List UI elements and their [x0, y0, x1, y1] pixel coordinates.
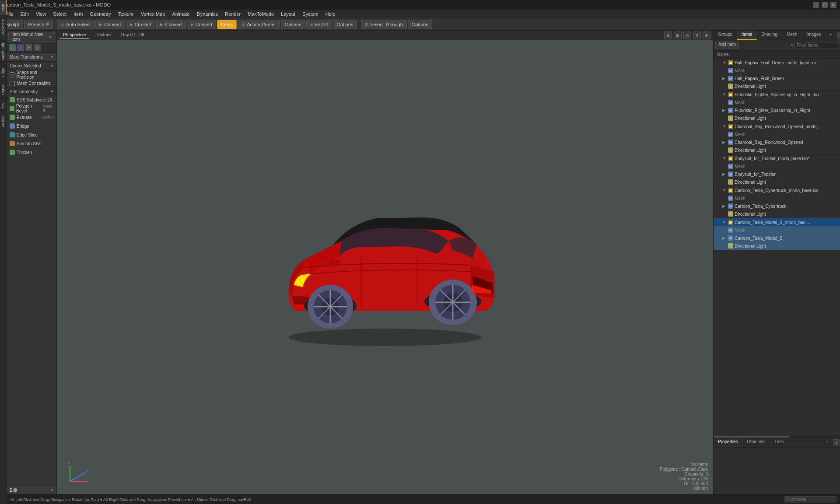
viewport-tab-perspective[interactable]: Perspective [60, 32, 89, 39]
menu-dynamics[interactable]: Dynamics [194, 10, 221, 18]
convert-button-4[interactable]: ▶ Convert [187, 20, 217, 29]
viewport-ctrl-3[interactable]: ◎ [683, 32, 691, 39]
minimize-button[interactable]: ─ [813, 2, 819, 8]
props-tab-channels[interactable]: Channels [743, 438, 770, 447]
item-row-cybertruck[interactable]: ▶ M Cartoon_Tesla_Cybertruck [714, 202, 840, 210]
props-expand-icon[interactable]: ⤢ [833, 439, 840, 446]
viewport-ctrl-5[interactable]: ⊕ [703, 32, 710, 39]
item-row-bodysuit-light[interactable]: L Directional Light [714, 178, 840, 186]
new-item-dropdown[interactable]: Item Menu: New Item ▼ [8, 32, 55, 42]
item-row-half-papaw-file[interactable]: ▼ 📁 Half_Papaw_Fruit_Green_modo_base.lxo [714, 59, 840, 66]
item-row-papaw-light[interactable]: L Directional Light [714, 82, 840, 90]
item-row-tesla-light[interactable]: L Directional Light [714, 242, 840, 250]
menu-render[interactable]: Render [222, 10, 244, 18]
sds-subdivide-btn[interactable]: SDS Subdivide 2X [7, 95, 56, 104]
transform-icon-2[interactable]: ↕ [17, 44, 24, 51]
item-row-futuristic-spaceship[interactable]: ▶ M Futuristic_Fighter_Spaceship_in_Flig… [714, 106, 840, 114]
left-tab-uv[interactable]: UV [0, 98, 7, 112]
item-row-cybertruck-light[interactable]: L Directional Light [714, 210, 840, 218]
left-tab-mesh-edit[interactable]: Mesh Edit [0, 39, 7, 64]
item-row-futuristic-mesh[interactable]: M Mesh [714, 98, 840, 106]
smooth-shift-btn[interactable]: Smooth Shift [7, 139, 56, 148]
items-list[interactable]: ▼ 📁 Half_Papaw_Fruit_Green_modo_base.lxo… [714, 59, 840, 436]
convert-button-3[interactable]: ▶ Convert [156, 20, 186, 29]
item-row-charcoal-light[interactable]: L Directional Light [714, 146, 840, 154]
transform-icon-1[interactable]: ↔ [9, 44, 16, 51]
rp-tab-shading[interactable]: Shading [757, 31, 782, 40]
convert-button-2[interactable]: ▶ Convert [126, 20, 156, 29]
menu-animate[interactable]: Animate [169, 10, 192, 18]
item-row-tesla-file[interactable]: ▼ 📁 Cartoon_Tesla_Model_S_modo_bas ... [714, 218, 840, 226]
center-selected-btn[interactable]: Center Selected ▼ [7, 62, 56, 70]
item-row-bodysuit-toddler[interactable]: ▶ M Bodysuit_for_Toddler [714, 170, 840, 178]
item-row-futuristic-file[interactable]: ▼ 📁 Futuristic_Fighter_Spaceship_in_Flig… [714, 91, 840, 98]
bridge-btn[interactable]: Bridge [7, 122, 56, 130]
menu-maxtomodo[interactable]: MaxToModo [245, 10, 277, 18]
menu-edit[interactable]: Edit [18, 10, 32, 18]
menu-select[interactable]: Select [50, 10, 70, 18]
transform-icon-4[interactable]: ◻ [34, 44, 41, 51]
edge-slice-btn[interactable]: Edge Slice [7, 130, 56, 139]
menu-geometry[interactable]: Geometry [87, 10, 114, 18]
viewport-tab-texture[interactable]: Texture [93, 32, 114, 39]
props-tab-properties[interactable]: Properties [714, 438, 743, 447]
close-button[interactable]: ✕ [830, 2, 836, 8]
thicken-btn[interactable]: Thicken [7, 148, 56, 157]
viewport-ctrl-1[interactable]: ⊞ [664, 32, 672, 39]
options-button-3[interactable]: Options [408, 20, 432, 29]
item-row-charcoal-mesh[interactable]: M Mesh [714, 130, 840, 138]
left-tab-fusion[interactable]: Fusion [0, 112, 7, 131]
command-input[interactable] [784, 496, 836, 503]
options-button-1[interactable]: Options [281, 20, 305, 29]
rp-tab-items[interactable]: Items [737, 31, 757, 40]
menu-vertex-map[interactable]: Vertex Map [138, 10, 168, 18]
left-tab-edge[interactable]: Edge [0, 64, 7, 80]
menu-layout[interactable]: Layout [278, 10, 298, 18]
item-row-cybertruck-mesh[interactable]: M Mesh [714, 194, 840, 202]
item-row-charcoal-bag[interactable]: ▶ M Charcoal_Bag_Rockwood_Opened [714, 138, 840, 146]
maximize-button[interactable]: □ [822, 2, 828, 8]
add-item-button[interactable]: Add Item [715, 42, 739, 49]
item-row-bodysuit-mesh[interactable]: M Mesh [714, 162, 840, 170]
menu-view[interactable]: View [33, 10, 49, 18]
left-tab-curve[interactable]: Curve [0, 80, 7, 98]
convert-button-1[interactable]: ▶ Convert [95, 20, 125, 29]
more-transforms-btn[interactable]: More Transforms ▼ [7, 53, 56, 62]
auto-select-button[interactable]: ☑ Auto Select [57, 20, 94, 29]
select-through-button[interactable]: ⊡ Select Through [361, 20, 406, 29]
rp-tab-mesh[interactable]: Mesh [782, 31, 802, 40]
mesh-constraints-btn[interactable]: Mesh Constraints [7, 79, 56, 88]
item-row-cartoon-tesla-model-s[interactable]: ▶ M Cartoon_Tesla_Model_S [714, 234, 840, 242]
item-row-tesla-mesh[interactable]: M Mesh [714, 226, 840, 234]
menu-texture[interactable]: Texture [115, 10, 137, 18]
item-row-cybertruck-file[interactable]: ▼ 📁 Cartoon_Tesla_Cybertruck_modo_base.l… [714, 186, 840, 194]
viewport-ctrl-2[interactable]: ⊠ [674, 32, 682, 39]
props-tab-lists[interactable]: Lists [770, 438, 789, 447]
extrude-btn[interactable]: Extrude Shift-X [7, 113, 56, 122]
viewport-tab-raygl[interactable]: Ray GL: Off [118, 32, 148, 39]
menu-system[interactable]: System [299, 10, 322, 18]
item-row-futuristic-light[interactable]: L Directional Light [714, 114, 840, 122]
props-tab-add[interactable]: + [822, 438, 831, 447]
rp-tab-add[interactable]: + [826, 31, 835, 40]
snaps-precision-btn[interactable]: ✓ Snaps and Precision [7, 70, 56, 79]
add-geometry-header[interactable]: Add Geometry ▼ [7, 88, 56, 95]
transform-icon-3[interactable]: ⟳ [25, 44, 32, 51]
item-row-bodysuit-file[interactable]: ▼ 📁 Bodysuit_for_Toddler_modo_base.lxo* [714, 154, 840, 162]
viewport-3d[interactable]: No Items Polygons : Catmull-Clark Channe… [57, 40, 713, 494]
item-row-half-papaw-fruit[interactable]: ▶ M Half_Papaw_Fruit_Green [714, 74, 840, 82]
rp-tab-images[interactable]: Images [802, 31, 826, 40]
left-tab-duplicate[interactable]: Duplicate [0, 31, 7, 39]
presets-button[interactable]: Presets ⚙ [24, 20, 53, 29]
items-button[interactable]: Items [217, 20, 237, 29]
options-button-2[interactable]: Options [333, 20, 357, 29]
menu-help[interactable]: Help [322, 10, 339, 18]
edit-btn[interactable]: Edit ▼ [7, 486, 56, 494]
filter-input[interactable] [794, 42, 838, 49]
rp-tab-groups[interactable]: Groups [714, 31, 737, 40]
polygon-bevel-btn[interactable]: Polygon Bevel Shift-B [7, 104, 56, 113]
item-row-charcoal-file[interactable]: ▼ 📁 Charcoal_Bag_Rockwood_Opened_modo_..… [714, 122, 840, 130]
menu-item[interactable]: Item [70, 10, 86, 18]
viewport-ctrl-4[interactable]: ⚙ [693, 32, 701, 39]
rp-ctrl-1[interactable]: ◁ [837, 32, 840, 39]
